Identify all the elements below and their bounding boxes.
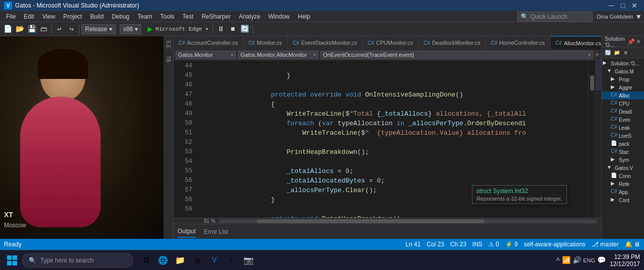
edge-btn[interactable]: 🌐	[156, 253, 170, 267]
menu-edit[interactable]: Edit	[20, 11, 38, 22]
solution-explorer-tab[interactable]: S.E.	[165, 38, 172, 52]
se-item-alloc[interactable]: C# Alloc	[602, 92, 644, 100]
cortana-btn[interactable]: ◎	[190, 253, 204, 267]
expand-btn[interactable]: +	[595, 51, 599, 59]
new-file-btn[interactable]: 📄	[2, 24, 13, 35]
se-item-gatos-m[interactable]: ▼ Gatos.M	[602, 67, 644, 75]
menu-team[interactable]: Team	[133, 11, 156, 22]
explorer-btn[interactable]: 📁	[173, 253, 187, 267]
se-item-deadl[interactable]: C# Deadl	[602, 108, 644, 116]
horizontal-scrollbar[interactable]: 91 %	[174, 218, 601, 224]
tab-cpu-monitor[interactable]: C# CPUMonitor.cs	[363, 36, 419, 49]
code-content[interactable]: } protected override void OnIntensiveSam…	[196, 60, 595, 218]
output-tab[interactable]: Output	[178, 226, 196, 238]
conn-label: Conn	[619, 173, 631, 179]
music-btn[interactable]: ♪	[224, 253, 238, 267]
tab-home-controller[interactable]: C# HomeController.cs	[486, 36, 550, 49]
menu-resharper[interactable]: ReSharper	[198, 11, 235, 22]
toolbox-tab[interactable]: TB	[165, 54, 172, 64]
se-item-stac[interactable]: C# Stac	[602, 148, 644, 156]
browser-dropdown-label[interactable]: Microsoft Edge ▾	[153, 26, 211, 32]
stop-btn[interactable]: ■	[227, 24, 238, 35]
se-close-btn[interactable]: ✕	[636, 38, 641, 45]
menu-project[interactable]: Project	[59, 11, 86, 22]
se-new-folder-btn[interactable]: 📁	[613, 49, 621, 57]
undo-btn[interactable]: ↩	[54, 24, 65, 35]
se-sync-btn[interactable]: 🔄	[604, 49, 612, 57]
menu-analyze[interactable]: Analyze	[235, 11, 265, 22]
se-item-aggre[interactable]: ▶ Aggre	[602, 83, 644, 92]
status-col: Col 23	[427, 241, 444, 248]
user-icon[interactable]: ▼	[635, 13, 642, 21]
open-file-btn[interactable]: 📂	[14, 24, 25, 35]
method-dropdown[interactable]: OnEventOccurred(TraceEvent event) ▾	[320, 51, 593, 59]
tray-notification[interactable]: 💬	[597, 256, 606, 264]
pause-btn[interactable]: ⏸	[215, 24, 226, 35]
menu-tools[interactable]: Tools	[156, 11, 179, 22]
maximize-button[interactable]: □	[617, 0, 628, 11]
menu-test[interactable]: Test	[179, 11, 198, 22]
se-tree[interactable]: ▶ Solution 'G... ▼ Gatos.M ▶ Prop ▶ Aggr…	[602, 58, 644, 239]
se-item-refe[interactable]: ▶ Refe	[602, 180, 644, 188]
close-button[interactable]: ✕	[629, 0, 640, 11]
tab-event-stacks[interactable]: C# EventStacksMonitor.cs	[288, 36, 363, 49]
error-list-tab[interactable]: Error List	[204, 226, 228, 237]
hscroll-track[interactable]	[219, 219, 597, 223]
start-debug-btn[interactable]: ▶	[147, 24, 152, 34]
taskbar-time[interactable]: 12:39 PM 12/12/2017	[610, 253, 640, 267]
restart-btn[interactable]: 🔄	[239, 24, 251, 35]
tray-network[interactable]: 📶	[562, 256, 571, 264]
scrollbar-track[interactable]	[588, 60, 595, 218]
tab-monitor[interactable]: C# Monitor.cs	[244, 36, 288, 49]
namespace-dropdown[interactable]: Gatos.Monitor ▾	[176, 51, 236, 59]
se-properties-btn[interactable]: ⚙	[622, 49, 630, 57]
tab-alloc-monitor[interactable]: C# AllocMonitor.cs ✕	[550, 36, 601, 49]
se-item-lives[interactable]: C# LiveS	[602, 132, 644, 140]
vs-taskbar-btn[interactable]: V	[207, 253, 221, 267]
menu-help[interactable]: Help	[294, 11, 314, 22]
se-item-conn[interactable]: 📄 Conn	[602, 172, 644, 180]
menu-build[interactable]: Build	[86, 11, 108, 22]
config-dropdown[interactable]: Release ▾	[82, 24, 116, 34]
se-item-sym[interactable]: ▶ Sym	[602, 156, 644, 164]
status-right: Ln 41 Col 23 Ch 23 INS ⚠ 0 ⚡ 9 self-awar…	[406, 241, 640, 248]
se-item-leak[interactable]: C# Leak	[602, 124, 644, 132]
minimize-button[interactable]: ─	[606, 0, 617, 11]
svg-rect-0	[7, 255, 12, 260]
tab-account-controller[interactable]: C# AccountController.cs	[174, 36, 244, 49]
se-item-solution[interactable]: ▶ Solution 'G...	[602, 59, 644, 67]
hscroll-thumb[interactable]	[257, 219, 484, 223]
menu-debug[interactable]: Debug	[108, 11, 133, 22]
save-btn[interactable]: 💾	[26, 24, 37, 35]
solution-explorer: Solution 'G... 📌 ✕ 🔄 📁 ⚙ ▶ Solution 'G..…	[601, 36, 644, 239]
class-dropdown[interactable]: Gatos.Monitor.AllocMonitor ▾	[238, 51, 318, 59]
start-button[interactable]	[4, 252, 20, 268]
se-item-prop[interactable]: ▶ Prop	[602, 75, 644, 83]
sep1	[51, 25, 52, 34]
taskbar-search[interactable]: 🔍 Type here to search	[22, 253, 133, 267]
menu-view[interactable]: View	[38, 11, 59, 22]
tray-chevron[interactable]: ^	[556, 256, 560, 264]
tray-volume[interactable]: 🔊	[573, 256, 581, 264]
code-line-44: }	[196, 61, 595, 71]
se-item-cpu[interactable]: C# CPU	[602, 100, 644, 108]
taskbar-right: ^ 📶 🔊 ENG 💬 12:39 PM 12/12/2017	[556, 253, 640, 267]
editor-container: C# AccountController.cs C# Monitor.cs C#…	[174, 36, 601, 239]
se-item-pack[interactable]: 📄 pack	[602, 140, 644, 148]
scrollbar-thumb[interactable]	[590, 75, 594, 91]
quick-launch-input[interactable]: 🔍 Quick Launch	[517, 12, 593, 22]
task-view-btn[interactable]: ⧉	[139, 253, 153, 267]
redo-btn[interactable]: ↪	[66, 24, 77, 35]
se-item-even[interactable]: C# Even	[602, 116, 644, 124]
camera-btn[interactable]: 📷	[242, 253, 256, 267]
menu-window[interactable]: Window	[264, 11, 294, 22]
se-item-cont[interactable]: ▶ Cont	[602, 196, 644, 204]
code-editor[interactable]: 44 45 46 47 48 49 50 51 52 53 54 55 56 5…	[174, 60, 601, 218]
se-item-app[interactable]: C# App.	[602, 188, 644, 196]
menu-file[interactable]: File	[2, 11, 20, 22]
platform-dropdown[interactable]: x86 ▾	[120, 24, 141, 34]
se-pin-btn[interactable]: 📌	[627, 38, 635, 45]
se-item-gatos-v[interactable]: ▼ Gatos.V	[602, 164, 644, 172]
save-all-btn[interactable]: 🗃	[38, 24, 49, 35]
tab-deadlock[interactable]: C# DeadlockMonitor.cs	[419, 36, 486, 49]
